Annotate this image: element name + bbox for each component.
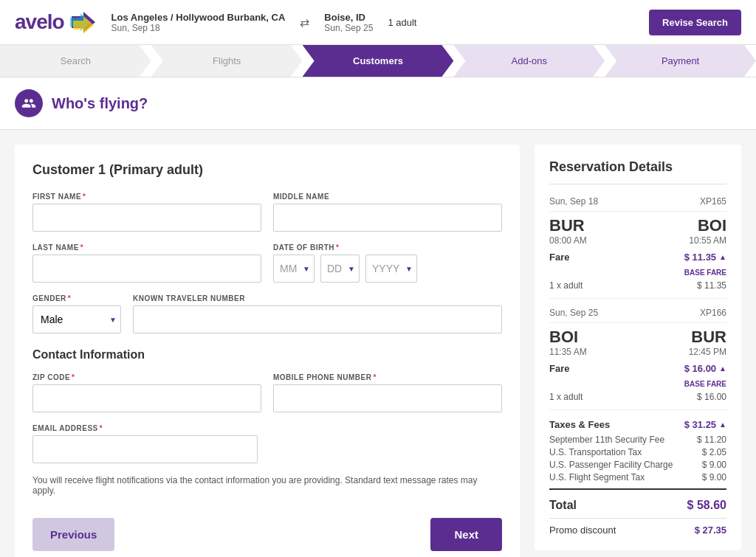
last-dob-row: LAST NAME* DATE OF BIRTH* MM DD (32, 243, 502, 283)
who-flying-icon (15, 89, 43, 117)
reservation-panel: Reservation Details Sun, Sep 18 XP165 BU… (535, 145, 741, 550)
outbound-date: Sun, Sep 18 (549, 196, 598, 207)
origin-info: Los Angeles / Hollywood Burbank, CA Sun,… (111, 12, 286, 33)
tax-amount-3: $ 9.00 (702, 472, 726, 482)
passengers-info: 1 adult (388, 17, 416, 28)
tax-amount-2: $ 9.00 (702, 460, 726, 470)
who-flying-title: Who's flying? (52, 95, 148, 112)
last-name-label: LAST NAME* (32, 243, 261, 252)
destination-city: Boise, ID (324, 12, 373, 23)
outbound-segment: Sun, Sep 18 XP165 BUR BOI 08:00 AM 10:55… (549, 196, 726, 299)
first-name-input[interactable] (32, 204, 261, 232)
tax-item-1: U.S. Transportation Tax $ 2.05 (549, 447, 726, 457)
step-flights[interactable]: Flights (151, 45, 303, 77)
outbound-fare-label: Fare (549, 252, 569, 263)
total-row: Total $ 58.60 (549, 488, 726, 518)
customer-title: Customer 1 (Primary adult) (32, 162, 502, 178)
outbound-origin: BUR (549, 216, 585, 235)
return-date: Sun, Sep 25 (549, 308, 598, 318)
gender-label: GENDER* (32, 294, 121, 302)
dob-mm-select[interactable]: MM (273, 255, 315, 283)
origin-city: Los Angeles / Hollywood Burbank, CA (111, 12, 286, 23)
destination-date: Sun, Sep 25 (324, 23, 373, 33)
last-name-group: LAST NAME* (32, 243, 261, 283)
first-name-label: FIRST NAME* (32, 193, 261, 201)
tax-amount-1: $ 2.05 (702, 447, 726, 457)
return-adult-price: $ 16.00 (697, 392, 726, 402)
return-fare-amount: $ 16.00 ▲ (684, 363, 726, 374)
logo-icon (67, 9, 97, 35)
dob-group: DATE OF BIRTH* MM DD (273, 243, 502, 283)
promo-amount: $ 27.35 (695, 525, 726, 536)
people-icon (21, 96, 36, 111)
step-customers-label: Customers (353, 55, 403, 66)
outbound-times: 08:00 AM 10:55 AM (549, 235, 726, 246)
gender-wrapper: Male Female (32, 305, 121, 333)
return-destination: BUR (691, 328, 726, 347)
contact-title: Contact Information (32, 348, 502, 361)
destination-info: Boise, ID Sun, Sep 25 (324, 12, 373, 33)
revise-search-button[interactable]: Revise Search (649, 10, 741, 35)
email-input[interactable] (32, 435, 258, 463)
dob-dd-wrapper: DD (320, 255, 360, 283)
tax-name-0: September 11th Security Fee (549, 435, 664, 445)
zip-input[interactable] (32, 384, 261, 412)
dob-dd-select[interactable]: DD (320, 255, 360, 283)
dob-label: DATE OF BIRTH* (273, 243, 502, 252)
next-button[interactable]: Next (430, 518, 502, 551)
first-name-group: FIRST NAME* (32, 193, 261, 232)
last-name-input[interactable] (32, 255, 261, 283)
outbound-adult-row: 1 x adult $ 11.35 (549, 280, 726, 299)
logo: avelo (15, 9, 97, 35)
promo-row: Promo discount $ 27.35 (549, 518, 726, 536)
step-search-label: Search (61, 55, 91, 66)
step-addons[interactable]: Add-ons (453, 45, 605, 77)
email-label: EMAIL ADDRESS* (32, 424, 258, 432)
outbound-header: Sun, Sep 18 XP165 (549, 196, 726, 212)
step-search[interactable]: Search (0, 45, 151, 77)
middle-name-input[interactable] (273, 204, 502, 232)
outbound-depart: 08:00 AM (549, 235, 587, 246)
return-fare-row: Fare $ 16.00 ▲ (549, 363, 726, 374)
known-traveler-input[interactable] (133, 305, 502, 333)
zip-label: ZIP CODE* (32, 373, 261, 381)
zip-group: ZIP CODE* (32, 373, 261, 412)
return-times: 11:35 AM 12:45 PM (549, 347, 726, 357)
return-airports: BOI BUR (549, 328, 726, 347)
progress-bar: Search Flights Customers Add-ons Payment (0, 45, 756, 77)
tax-item-3: U.S. Flight Segment Tax $ 9.00 (549, 472, 726, 482)
step-payment[interactable]: Payment (605, 45, 756, 77)
step-customers[interactable]: Customers (303, 45, 454, 77)
button-row: Previous Next (32, 518, 502, 551)
origin-date: Sun, Sep 18 (111, 23, 286, 33)
known-traveler-label: KNOWN TRAVELER NUMBER (133, 294, 502, 302)
reservation-title: Reservation Details (549, 159, 726, 184)
previous-button[interactable]: Previous (32, 518, 114, 551)
phone-input[interactable] (273, 384, 502, 412)
step-addons-label: Add-ons (512, 55, 547, 66)
promo-label: Promo discount (549, 525, 616, 536)
phone-label: MOBILE PHONE NUMBER* (273, 373, 502, 381)
step-flights-label: Flights (213, 55, 241, 66)
dob-yyyy-wrapper: YYYY (365, 255, 417, 283)
email-group: EMAIL ADDRESS* (32, 424, 258, 463)
dob-selects: MM DD YYYY (273, 255, 502, 283)
taxes-amount: $ 31.25 ▲ (684, 419, 726, 430)
outbound-fare-caret: ▲ (719, 253, 726, 261)
taxes-label: Taxes & Fees (549, 419, 610, 430)
tax-name-1: U.S. Transportation Tax (549, 447, 642, 457)
outbound-fare-price: $ 11.35 (684, 252, 716, 263)
tax-amount-0: $ 11.20 (697, 435, 726, 445)
return-fare-caret: ▲ (719, 364, 726, 373)
zip-phone-row: ZIP CODE* MOBILE PHONE NUMBER* (32, 373, 502, 412)
return-arrive: 12:45 PM (689, 347, 726, 357)
notification-text: You will receive flight notifications vi… (32, 475, 502, 496)
outbound-fare-amount: $ 11.35 ▲ (684, 252, 726, 263)
gender-select[interactable]: Male Female (32, 305, 121, 333)
dob-yyyy-select[interactable]: YYYY (365, 255, 417, 283)
taxes-total: $ 31.25 (684, 419, 716, 430)
outbound-destination: BOI (698, 216, 726, 235)
customer-form: Customer 1 (Primary adult) FIRST NAME* M… (15, 145, 520, 557)
gender-group: GENDER* Male Female (32, 294, 121, 333)
total-label: Total (549, 499, 577, 512)
